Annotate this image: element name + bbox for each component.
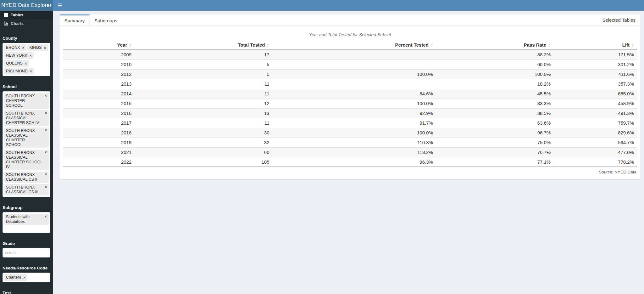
summary-table: YearTotal TestedPercent TestedPass RateL… [63,40,637,167]
remove-tag-icon[interactable]: × [25,62,27,65]
grade-select-input[interactable] [4,250,49,256]
filter-tag: BRONX× [4,44,26,51]
table-header-row: YearTotal TestedPercent TestedPass RateL… [63,40,637,50]
filter-tag-label: SOUTH BRONX CLASSICAL CS III [6,185,42,195]
filter-tag-label: RICHMOND [6,69,28,74]
table-row[interactable]: 201932110.3%75.0%564.7% [63,138,637,147]
filter-tag-label: NEW YORK [6,53,27,58]
table-cell: 11 [135,79,272,89]
filter-tag-label: BRONX [6,45,20,50]
table-cell: 5 [135,59,272,69]
table-cell [272,50,436,59]
filter-tag: SOUTH BRONX CLASSICAL CS III× [4,184,49,195]
summary-table-container: Year and Total Tested for Selected Subse… [60,26,640,179]
table-row[interactable]: 201830100.0%96.7%829.6% [63,128,637,138]
filter-tag: SOUTH BRONX CLASSICAL CHARTER SCHOOL IV× [4,150,49,170]
remove-tag-icon[interactable]: × [44,46,46,50]
table-source: Source: NYED Data [63,170,637,174]
remove-tag-icon[interactable]: × [30,70,32,73]
filter-tag-label: Charters [6,275,21,280]
sidebar-item-charts[interactable]: Charts [0,19,53,28]
table-row[interactable]: 20141184.6%45.5%655.0% [63,89,637,99]
sort-icon [430,44,433,47]
hamburger-icon: ☰ [58,3,62,8]
table-cell: 2009 [63,50,135,59]
table-cell: 30 [135,128,272,138]
tab-label: Summary [64,18,85,23]
column-header[interactable]: Total Tested [135,40,272,50]
filter-tag: QUEENS× [4,60,29,67]
remove-tag-icon[interactable]: × [45,94,47,98]
column-header[interactable]: Percent Tested [272,40,436,50]
school-filter-label: School [3,84,50,89]
remove-tag-icon[interactable]: × [45,185,47,189]
table-cell: 2019 [63,138,135,147]
sidebar-item-label: Charts [11,21,24,26]
sort-icon [548,44,551,47]
table-row[interactable]: 2010560.0%301.2% [63,59,637,69]
remove-tag-icon[interactable]: × [23,276,25,280]
remove-tag-icon[interactable]: × [45,128,47,132]
table-row[interactable]: 20125100.0%100.0%411.6% [63,69,637,79]
table-cell [272,59,436,69]
filter-tag: Charters× [4,274,27,281]
table-row[interactable]: 201512100.0%33.3%458.9% [63,99,637,108]
grade-select[interactable] [3,248,50,257]
table-cell: 100.0% [272,99,436,108]
table-cell: 778.2% [554,157,637,167]
filter-tag: SOUTH BRONX CLASSICAL CHARTER SCHOOL× [4,127,49,148]
table-cell: 18.2% [436,79,554,89]
tab-summary[interactable]: Summary [60,14,90,25]
table-cell: 2021 [63,147,135,157]
filter-tag-label: QUEENS [6,61,23,66]
sidebar-toggle-button[interactable]: ☰ [53,0,67,11]
needs-select[interactable]: Charters× [3,273,50,282]
table-icon [4,13,8,17]
table-row[interactable]: 20171191.7%63.6%759.7% [63,118,637,128]
filter-tag: SOUTH BRONX CLASSICAL CHARTER SCH IV× [4,110,49,126]
table-cell: 411.6% [554,69,637,79]
table-row[interactable]: 20161392.9%38.5%491.3% [63,108,637,118]
table-cell: 110.3% [272,138,436,147]
remove-tag-icon[interactable]: × [22,46,24,50]
column-header[interactable]: Pass Rate [436,40,554,50]
school-select[interactable]: SOUTH BRONX CHARTER SCHOOL×SOUTH BRONX C… [3,91,50,197]
sort-icon [129,44,131,47]
county-select[interactable]: BRONX×KINGS×NEW YORK×QUEENS×RICHMOND× [3,43,50,76]
table-cell: 2015 [63,99,135,108]
table-row[interactable]: 202160113.2%76.7%477.0% [63,147,637,157]
table-cell: 2010 [63,59,135,69]
subgroup-filter-label: Subgroup [3,205,50,210]
sidebar-item-tables[interactable]: Tables [0,11,53,19]
tab-subgroups[interactable]: Subgroups [90,14,122,25]
remove-tag-icon[interactable]: × [45,150,47,154]
table-row[interactable]: 20131118.2%357.3% [63,79,637,89]
remove-tag-icon[interactable]: × [30,54,32,58]
column-header[interactable]: Lift [554,40,637,50]
table-cell: 105 [135,157,272,167]
subgroup-select[interactable]: Students with Disabilities× [3,212,50,233]
table-row[interactable]: 202210596.3%77.1%778.2% [63,157,637,167]
table-cell: 33.3% [436,99,554,108]
filter-tag: KINGS× [27,44,48,51]
table-cell: 11 [135,89,272,99]
filter-tag: Students with Disabilities× [4,214,49,225]
tab-label: Subgroups [94,18,117,23]
remove-tag-icon[interactable]: × [45,111,47,115]
table-cell: 91.7% [272,118,436,128]
table-cell: 60 [135,147,272,157]
table-cell: 2014 [63,89,135,99]
table-cell: 77.1% [436,157,554,167]
county-filter-label: County [3,36,50,41]
filter-tag-label: SOUTH BRONX CHARTER SCHOOL [6,94,42,108]
table-row[interactable]: 20091788.2%171.5% [63,50,637,59]
table-cell: 2016 [63,108,135,118]
column-header-label: Lift [622,42,630,48]
column-header-label: Year [117,42,127,48]
column-header[interactable]: Year [63,40,135,50]
table-cell: 13 [135,108,272,118]
filter-tag-label: Students with Disabilities [6,215,42,224]
remove-tag-icon[interactable]: × [45,215,47,218]
remove-tag-icon[interactable]: × [45,172,47,176]
tab-box: Summary Subgroups Selected Tables Year a… [60,14,640,179]
